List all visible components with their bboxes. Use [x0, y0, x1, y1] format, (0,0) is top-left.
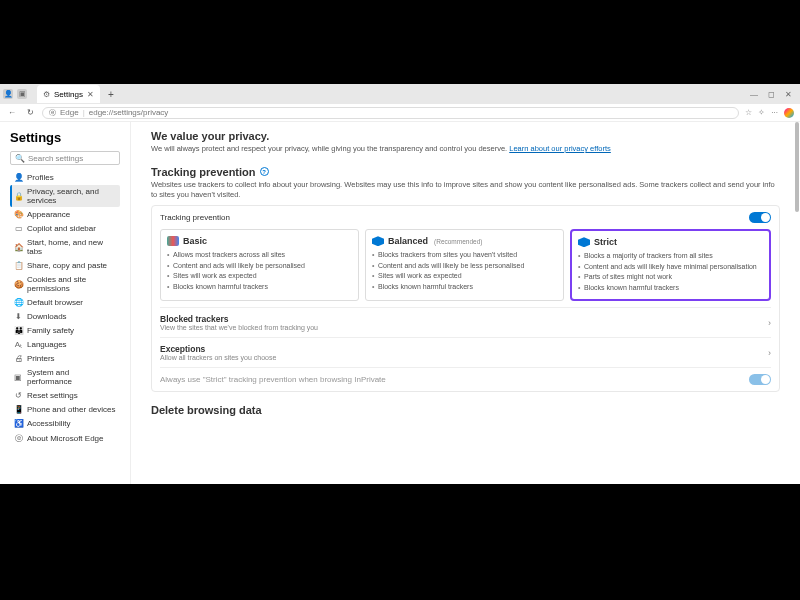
sidebar-icon: 🖨 — [14, 354, 23, 363]
card-bullet: Content and ads will likely be less pers… — [372, 261, 557, 270]
exceptions-row[interactable]: Exceptions Allow all trackers on sites y… — [160, 337, 771, 361]
card-bullet: Content and ads will likely be personali… — [167, 261, 352, 270]
sidebar-icon: ↺ — [14, 391, 23, 400]
profile-avatar-icon[interactable] — [784, 108, 794, 118]
sidebar-icon: 📱 — [14, 405, 23, 414]
url-field[interactable]: ⓔ Edge | edge://settings/privacy — [42, 107, 739, 119]
sidebar-item-about-microsoft-edge[interactable]: ⓔAbout Microsoft Edge — [10, 431, 120, 446]
close-window-button[interactable]: ✕ — [785, 90, 792, 99]
collections-icon[interactable]: ✧ — [758, 108, 765, 117]
card-bullet: Content and ads will likely have minimal… — [578, 262, 763, 271]
delete-heading: Delete browsing data — [151, 404, 780, 416]
search-placeholder: Search settings — [28, 154, 83, 163]
sidebar-item-share-copy-and-paste[interactable]: 📋Share, copy and paste — [10, 259, 120, 272]
workspaces-icon[interactable]: ▣ — [17, 89, 27, 99]
scrollbar[interactable] — [794, 122, 800, 484]
settings-sidebar: Settings 🔍 Search settings 👤Profiles🔒Pri… — [0, 122, 130, 484]
sidebar-item-label: Start, home, and new tabs — [27, 238, 116, 256]
tracking-toggle[interactable] — [749, 212, 771, 223]
card-strict[interactable]: Strict Blocks a majority of trackers fro… — [570, 229, 771, 301]
sidebar-item-label: Reset settings — [27, 391, 78, 400]
privacy-learn-link[interactable]: Learn about our privacy efforts — [509, 144, 611, 153]
more-icon[interactable]: ··· — [771, 108, 778, 117]
sidebar-item-accessibility[interactable]: ♿Accessibility — [10, 417, 120, 430]
sidebar-title: Settings — [10, 130, 120, 145]
sidebar-icon: 🌐 — [14, 298, 23, 307]
sidebar-item-start-home-and-new-tabs[interactable]: 🏠Start, home, and new tabs — [10, 236, 120, 258]
sidebar-item-printers[interactable]: 🖨Printers — [10, 352, 120, 365]
sidebar-item-privacy-search-and-services[interactable]: 🔒Privacy, search, and services — [10, 185, 120, 207]
tracking-heading: Tracking prevention — [151, 166, 256, 178]
sidebar-item-label: About Microsoft Edge — [27, 434, 103, 443]
sidebar-icon: ▭ — [14, 224, 23, 233]
refresh-button[interactable]: ↻ — [24, 108, 36, 117]
card-bullet: Blocks known harmful trackers — [372, 282, 557, 291]
url-icon-label: Edge — [60, 108, 79, 117]
sidebar-item-label: Default browser — [27, 298, 83, 307]
sidebar-icon: 📋 — [14, 261, 23, 270]
sidebar-item-reset-settings[interactable]: ↺Reset settings — [10, 389, 120, 402]
sidebar-icon: 🎨 — [14, 210, 23, 219]
sidebar-icon: ♿ — [14, 419, 23, 428]
panel-label: Tracking prevention — [160, 213, 230, 222]
sidebar-item-label: Family safety — [27, 326, 74, 335]
edge-icon: ⓔ — [49, 108, 56, 118]
card-basic[interactable]: Basic Allows most trackers across all si… — [160, 229, 359, 301]
card-balanced[interactable]: Balanced(Recommended) Blocks trackers fr… — [365, 229, 564, 301]
sidebar-item-label: Cookies and site permissions — [27, 275, 116, 293]
search-icon: 🔍 — [15, 154, 25, 163]
sidebar-item-label: Phone and other devices — [27, 405, 116, 414]
card-bullet: Blocks a majority of trackers from all s… — [578, 251, 763, 260]
sidebar-item-cookies-and-site-permissions[interactable]: 🍪Cookies and site permissions — [10, 273, 120, 295]
sidebar-item-family-safety[interactable]: 👪Family safety — [10, 324, 120, 337]
blocked-trackers-row[interactable]: Blocked trackers View the sites that we'… — [160, 307, 771, 331]
sidebar-icon: 👤 — [14, 173, 23, 182]
address-bar: ← ↻ ⓔ Edge | edge://settings/privacy ☆ ✧… — [0, 104, 800, 122]
sidebar-item-languages[interactable]: AₜLanguages — [10, 338, 120, 351]
strict-icon — [578, 237, 590, 247]
sidebar-item-copilot-and-sidebar[interactable]: ▭Copilot and sidebar — [10, 222, 120, 235]
maximize-button[interactable]: ◻ — [768, 90, 775, 99]
browser-tab[interactable]: ⚙ Settings ✕ — [37, 85, 100, 103]
sidebar-item-label: Printers — [27, 354, 55, 363]
minimize-button[interactable]: — — [750, 90, 758, 99]
card-bullet: Blocks known harmful trackers — [167, 282, 352, 291]
sidebar-icon: 🍪 — [14, 280, 23, 289]
sidebar-item-profiles[interactable]: 👤Profiles — [10, 171, 120, 184]
sidebar-icon: 🔒 — [14, 192, 23, 201]
sidebar-icon: 👪 — [14, 326, 23, 335]
back-button[interactable]: ← — [6, 108, 18, 117]
card-bullet: Blocks known harmful trackers — [578, 283, 763, 292]
sidebar-item-label: Copilot and sidebar — [27, 224, 96, 233]
new-tab-button[interactable]: + — [108, 89, 114, 100]
always-strict-toggle[interactable] — [749, 374, 771, 385]
sidebar-item-label: Appearance — [27, 210, 70, 219]
sidebar-icon: ▣ — [14, 373, 23, 382]
sidebar-item-label: Privacy, search, and services — [27, 187, 116, 205]
sidebar-icon: Aₜ — [14, 340, 23, 349]
card-bullet: Allows most trackers across all sites — [167, 250, 352, 259]
sidebar-item-downloads[interactable]: ⬇Downloads — [10, 310, 120, 323]
sidebar-item-label: Accessibility — [27, 419, 71, 428]
profile-icon[interactable]: 👤 — [3, 89, 13, 99]
gear-icon: ⚙ — [43, 90, 50, 99]
info-icon[interactable]: ? — [260, 167, 269, 176]
privacy-heading: We value your privacy. — [151, 130, 780, 142]
sidebar-item-system-and-performance[interactable]: ▣System and performance — [10, 366, 120, 388]
window-titlebar: 👤 ▣ ⚙ Settings ✕ + — ◻ ✕ — [0, 84, 800, 104]
sidebar-item-phone-and-other-devices[interactable]: 📱Phone and other devices — [10, 403, 120, 416]
scrollbar-thumb[interactable] — [795, 122, 799, 212]
sidebar-item-default-browser[interactable]: 🌐Default browser — [10, 296, 120, 309]
chevron-right-icon: › — [768, 318, 771, 328]
card-bullet: Sites will work as expected — [372, 271, 557, 280]
favorite-star-icon[interactable]: ☆ — [745, 108, 752, 117]
sidebar-item-appearance[interactable]: 🎨Appearance — [10, 208, 120, 221]
main-content: We value your privacy. We will always pr… — [130, 122, 800, 484]
balanced-icon — [372, 236, 384, 246]
close-tab-icon[interactable]: ✕ — [87, 90, 94, 99]
sidebar-item-label: Profiles — [27, 173, 54, 182]
privacy-intro: We will always protect and respect your … — [151, 144, 780, 154]
sidebar-icon: ⬇ — [14, 312, 23, 321]
search-input[interactable]: 🔍 Search settings — [10, 151, 120, 165]
tracking-sub: Websites use trackers to collect info ab… — [151, 180, 780, 200]
